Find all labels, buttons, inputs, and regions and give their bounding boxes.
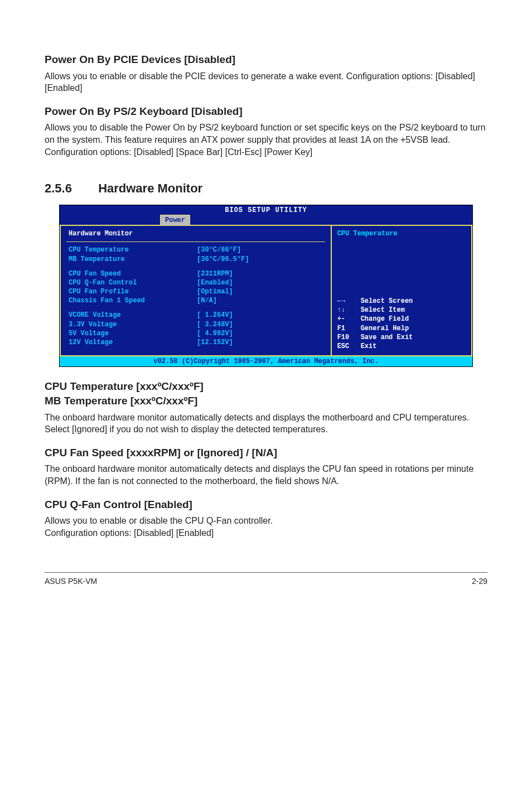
bios-row-label: 3.3V Voltage — [69, 320, 197, 329]
bios-nav-key: +- — [337, 315, 361, 323]
bios-nav-key: ←→ — [337, 297, 361, 306]
bios-nav-desc: Select Item — [361, 306, 405, 315]
text-temp: The onboard hardware monitor automatical… — [45, 412, 487, 436]
bios-row-label: MB Temperature — [69, 255, 197, 264]
bios-row[interactable]: 12V Voltage[12.152V] — [61, 338, 331, 347]
bios-nav-key: ↑↓ — [337, 306, 361, 315]
bios-left-pane: Hardware Monitor CPU Temperature[30°C/86… — [60, 226, 332, 356]
bios-row[interactable]: VCORE Voltage[ 1.264V] — [61, 311, 331, 320]
bios-nav-row: ESCExit — [337, 342, 413, 351]
bios-nav-key: F10 — [337, 333, 361, 342]
bios-row[interactable]: Chassis Fan 1 Speed[N/A] — [61, 296, 331, 305]
bios-row-value: [30°C/86°F] — [197, 245, 241, 254]
bios-row-label: CPU Q-Fan Control — [69, 278, 197, 287]
bios-nav-row: F1General Help — [337, 324, 413, 333]
heading-fan: CPU Fan Speed [xxxxRPM] or [Ignored] / [… — [45, 446, 487, 460]
bios-nav-row: +-Change Field — [337, 315, 413, 323]
bios-row-label: 5V Voltage — [69, 329, 197, 338]
bios-nav-desc: Select Screen — [361, 297, 413, 306]
heading-cpu-temp: CPU Temperature [xxxºC/xxxºF] — [45, 379, 487, 394]
bios-title: BIOS SETUP UTILITY — [60, 205, 472, 215]
text-ps2: Allows you to disable the Power On by PS… — [45, 122, 487, 158]
heading-mb-temp: MB Temperature [xxxºC/xxxºF] — [45, 394, 487, 408]
bios-row-label: CPU Temperature — [69, 245, 197, 254]
bios-row-label: CPU Fan Profile — [69, 287, 197, 296]
bios-right-pane: CPU Temperature ←→Select Screen↑↓Select … — [332, 226, 472, 356]
bios-row-value: [36°C/96.5°F] — [197, 255, 249, 264]
bios-nav-desc: Change Field — [361, 315, 409, 323]
bios-row[interactable]: 3.3V Voltage[ 3.248V] — [61, 320, 331, 329]
main-heading-title: Hardware Monitor — [98, 181, 202, 195]
bios-row[interactable]: CPU Q-Fan Control[Enabled] — [61, 278, 331, 287]
bios-row-value: [ 4.992V] — [197, 329, 233, 338]
bios-row-label: Chassis Fan 1 Speed — [69, 296, 197, 305]
bios-help-text: CPU Temperature — [337, 229, 466, 238]
bios-frame: BIOS SETUP UTILITY Power Hardware Monito… — [59, 205, 473, 367]
bios-row-value: [Optimal] — [197, 287, 233, 296]
bios-nav-key: F1 — [337, 324, 361, 333]
bios-row[interactable]: 5V Voltage[ 4.992V] — [61, 329, 331, 338]
bios-nav-desc: General Help — [361, 324, 409, 333]
bios-left-header: Hardware Monitor — [61, 228, 331, 240]
bios-row-value: [2311RPM] — [197, 269, 233, 278]
text-pcie: Allows you to enable or disable the PCIE… — [45, 70, 487, 94]
bios-nav-desc: Save and Exit — [361, 333, 413, 342]
text-fan: The onboard hardware monitor automatical… — [45, 463, 487, 487]
bios-nav-row: ←→Select Screen — [337, 297, 413, 306]
bios-nav-row: F10Save and Exit — [337, 333, 413, 342]
bios-tab-power[interactable]: Power — [160, 215, 190, 226]
bios-nav-key: ESC — [337, 342, 361, 351]
bios-row-value: [ 1.264V] — [197, 311, 233, 320]
bios-row[interactable]: CPU Temperature[30°C/86°F] — [61, 245, 331, 254]
bios-footer: v02.58 (C)Copyright 1985-2007, American … — [60, 356, 472, 366]
bios-nav-row: ↑↓Select Item — [337, 306, 413, 315]
bios-row-value: [Enabled] — [197, 278, 233, 287]
bios-row-value: [12.152V] — [197, 338, 233, 347]
footer-right: 2-29 — [472, 576, 487, 587]
bios-row-value: [N/A] — [197, 296, 217, 305]
main-heading-num: 2.5.6 — [45, 180, 95, 197]
main-heading: 2.5.6 Hardware Monitor — [45, 180, 487, 197]
bios-row-label: VCORE Voltage — [69, 311, 197, 320]
bios-tabrow: Power — [60, 215, 472, 225]
text-qfan: Allows you to enable or disable the CPU … — [45, 515, 487, 539]
heading-pcie: Power On By PCIE Devices [Disabled] — [45, 52, 487, 67]
footer-left: ASUS P5K-VM — [45, 576, 97, 587]
bios-row[interactable]: CPU Fan Profile[Optimal] — [61, 287, 331, 296]
bios-nav-desc: Exit — [361, 342, 377, 351]
bios-row-label: 12V Voltage — [69, 338, 197, 347]
bios-row[interactable]: CPU Fan Speed[2311RPM] — [61, 269, 331, 278]
bios-row-value: [ 3.248V] — [197, 320, 233, 329]
page-footer: ASUS P5K-VM 2-29 — [45, 572, 487, 587]
heading-ps2: Power On By PS/2 Keyboard [Disabled] — [45, 104, 487, 119]
bios-row[interactable]: MB Temperature[36°C/96.5°F] — [61, 255, 331, 264]
bios-row-label: CPU Fan Speed — [69, 269, 197, 278]
heading-qfan: CPU Q-Fan Control [Enabled] — [45, 497, 487, 512]
